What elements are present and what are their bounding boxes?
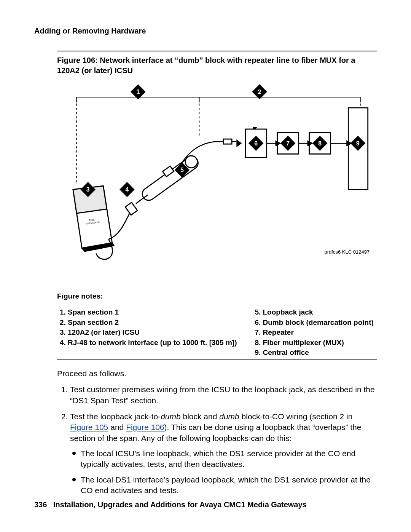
link-figure-105[interactable]: Figure 105: [70, 423, 108, 431]
text: block and: [181, 412, 220, 421]
procedure-step-2: Test the loopback jack-to-dumb block and…: [70, 411, 377, 496]
figure-note: Fiber multiplexer (MUX): [263, 338, 374, 348]
figure-diagram: 1 2: [57, 76, 377, 289]
figure-note: Repeater: [263, 328, 374, 338]
page-footer: 336 Installation, Upgrades and Additions…: [34, 500, 307, 509]
figure-note: RJ-48 to network interface (up to 1000 f…: [68, 338, 237, 348]
text: block-to-CO wiring (section 2 in: [239, 412, 353, 421]
figure-note: Span section 1: [68, 307, 237, 318]
link-figure-106[interactable]: Figure 106: [126, 423, 164, 431]
svg-text:5: 5: [180, 167, 184, 173]
figure-note: Dumb block (demarcation point): [263, 318, 374, 328]
body-intro: Proceed as follows.: [57, 368, 377, 379]
running-header: Adding or Removing Hardware: [34, 27, 377, 35]
page: Adding or Removing Hardware Figure 106: …: [0, 0, 411, 532]
figure-notes-label: Figure notes:: [57, 292, 377, 300]
figure-rule-bottom: [57, 359, 377, 360]
svg-marker-26: [236, 139, 242, 147]
loopback-options: The local ICSU’s line loopback, which th…: [70, 448, 377, 496]
svg-text:1: 1: [136, 89, 140, 95]
svg-rect-25: [223, 139, 232, 144]
figure-notes-columns: Span section 1 Span section 2 120A2 (or …: [57, 307, 377, 358]
page-number: 336: [34, 500, 47, 509]
callout-4: 4: [119, 182, 135, 197]
figure-block: Figure 106: Network interface at “dumb” …: [57, 51, 377, 360]
figure-notes-left: Span section 1 Span section 2 120A2 (or …: [57, 307, 237, 358]
svg-rect-38: [125, 202, 137, 215]
footer-title: Installation, Upgrades and Additions for…: [53, 500, 307, 509]
text-italic: dumb: [219, 412, 239, 421]
svg-text:8: 8: [318, 140, 322, 147]
svg-text:9: 9: [356, 140, 360, 147]
procedure-list: Test customer premises wiring from the I…: [57, 384, 377, 496]
procedure-step-1: Test customer premises wiring from the I…: [70, 384, 377, 406]
figure-note: Loopback jack: [263, 307, 374, 318]
figure-attribution: prdfcs6 KLC 012497: [324, 249, 370, 255]
svg-text:6: 6: [254, 140, 258, 147]
svg-point-27: [185, 156, 198, 168]
svg-text:3: 3: [86, 186, 90, 193]
loopback-option: The local DS1 interface’s payload loopba…: [81, 474, 377, 496]
svg-text:7: 7: [286, 140, 290, 147]
figure-note: Span section 2: [68, 318, 237, 328]
figure-note: 120A2 (or later) ICSU: [68, 328, 237, 338]
figure-rule-top: [57, 51, 377, 51]
text-italic: dumb: [161, 412, 181, 421]
figure-caption: Figure 106: Network interface at “dumb” …: [57, 55, 377, 76]
text: and: [108, 423, 126, 431]
figure-note: Central office: [263, 348, 374, 358]
text: Test the loopback jack-to-: [70, 412, 161, 421]
loopback-option: The local ICSU’s line loopback, which th…: [81, 448, 377, 470]
figure-notes-right: Loopback jack Dumb block (demarcation po…: [252, 307, 374, 358]
svg-text:2: 2: [258, 89, 261, 95]
svg-text:4: 4: [125, 186, 129, 193]
